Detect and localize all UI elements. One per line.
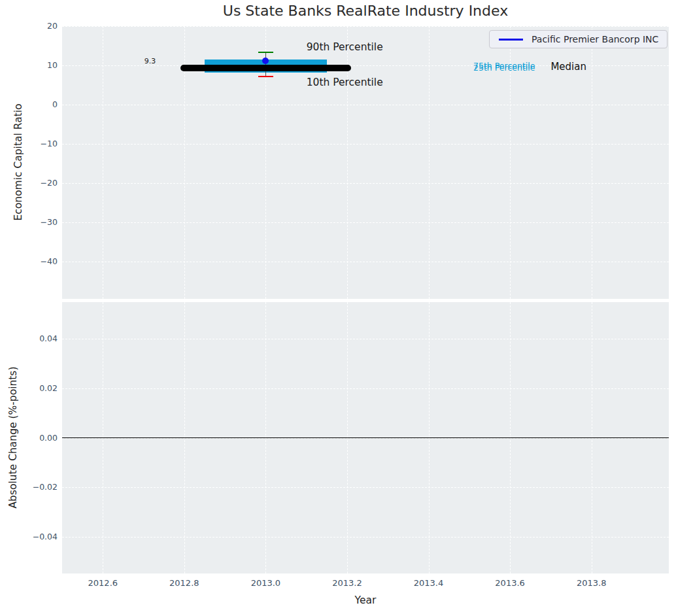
figure: Us State Banks RealRate Industry Index 9…: [0, 0, 676, 616]
x-tick-label: 2013.2: [318, 578, 377, 588]
median-start-value: 9.3: [144, 57, 156, 65]
p10-cap: [258, 76, 274, 78]
x-axis-label: Year: [55, 594, 676, 606]
x-tick-label: 2013.4: [399, 578, 458, 588]
h-gridline: [62, 105, 669, 105]
h-gridline: [62, 26, 669, 27]
y-tick-label: −10: [10, 139, 58, 148]
y-tick-label: −30: [10, 217, 58, 227]
top-y-axis-label: Economic Capital Ratio: [12, 103, 24, 220]
chart-title: Us State Banks RealRate Industry Index: [55, 3, 676, 19]
y-tick-label: −40: [10, 256, 58, 266]
p90-label: 90th Percentile: [307, 41, 383, 53]
y-tick-label: 0.00: [10, 433, 58, 443]
legend-line-swatch: [499, 39, 523, 41]
v-gridline: [592, 26, 592, 299]
h-gridline: [62, 183, 669, 184]
x-tick-label: 2012.6: [73, 578, 132, 588]
x-tick-label: 2013.6: [481, 578, 539, 588]
median-label: Median: [550, 61, 586, 73]
h-gridline: [62, 222, 669, 223]
y-tick-label: −0.04: [10, 532, 58, 541]
y-tick-label: 0: [10, 99, 58, 109]
y-tick-label: 10: [10, 60, 58, 70]
p25-label: 25th Percentile: [473, 63, 535, 73]
x-tick-label: 2013.8: [562, 578, 621, 588]
h-gridline: [62, 262, 669, 262]
v-gridline: [103, 26, 103, 299]
median-line: [180, 65, 352, 71]
legend: Pacific Premier Bancorp INC: [489, 30, 668, 48]
bottom-plot-area: [62, 302, 669, 573]
top-plot-area: 9.390th Percentile10th Percentile75th Pe…: [62, 26, 669, 299]
h-gridline: [62, 537, 669, 538]
h-gridline: [62, 487, 669, 488]
zero-line: [62, 437, 669, 439]
y-tick-label: 0.02: [10, 383, 58, 393]
v-gridline: [429, 26, 430, 299]
y-tick-label: −0.02: [10, 482, 58, 492]
h-gridline: [62, 144, 669, 145]
h-gridline: [62, 388, 669, 389]
p90-cap: [258, 52, 274, 54]
h-gridline: [62, 339, 669, 339]
y-tick-label: 0.04: [10, 334, 58, 343]
y-tick-label: −20: [10, 178, 58, 188]
p10-label: 10th Percentile: [307, 77, 383, 88]
x-tick-label: 2013.0: [236, 578, 295, 588]
x-tick-label: 2012.8: [155, 578, 214, 588]
y-tick-label: 20: [10, 21, 58, 31]
legend-label: Pacific Premier Bancorp INC: [532, 34, 658, 44]
